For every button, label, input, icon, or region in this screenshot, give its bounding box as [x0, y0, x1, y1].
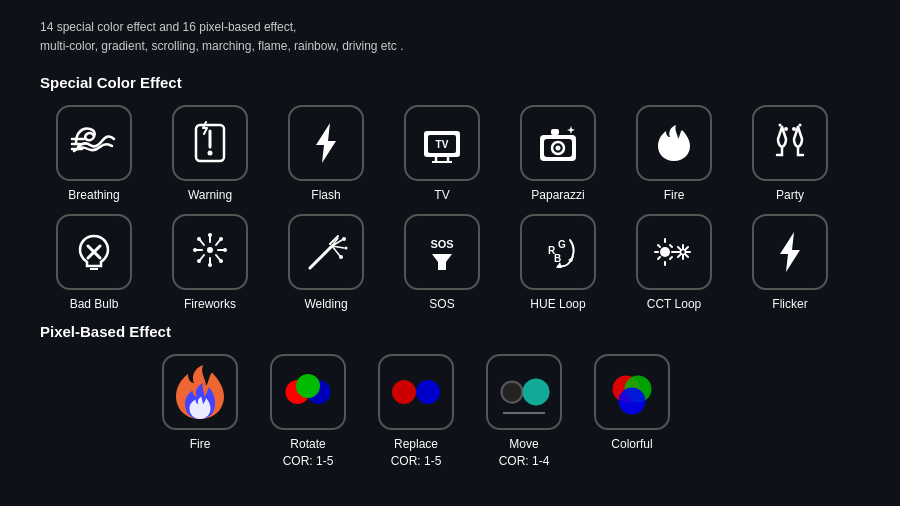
intro-line2: multi-color, gradient, scrolling, marchi…: [40, 39, 404, 53]
breathing-icon: [70, 119, 118, 167]
svg-point-40: [219, 237, 223, 241]
svg-point-57: [660, 247, 670, 257]
sos-label: SOS: [429, 296, 454, 313]
effect-flicker: Flicker: [736, 214, 844, 313]
svg-point-35: [208, 263, 212, 267]
breathing-label: Breathing: [68, 187, 119, 204]
replace-label: ReplaceCOR: 1-5: [391, 436, 442, 470]
effect-fire: Fire: [620, 105, 728, 204]
rotate-label: RotateCOR: 1-5: [283, 436, 334, 470]
hueloop-icon-box: R G B: [520, 214, 596, 290]
flash-icon: [302, 119, 350, 167]
svg-point-41: [197, 259, 201, 263]
badbulb-icon-box: [56, 214, 132, 290]
svg-rect-16: [551, 129, 559, 135]
fire-icon: [650, 119, 698, 167]
fireworks-icon-box: [172, 214, 248, 290]
warning-label: Warning: [188, 187, 232, 204]
flicker-label: Flicker: [772, 296, 807, 313]
svg-point-18: [779, 124, 782, 127]
welding-icon-box: [288, 214, 364, 290]
special-color-row1: Breathing Warning Flash: [40, 105, 860, 204]
svg-point-15: [556, 146, 561, 151]
svg-line-63: [670, 245, 672, 247]
effect-warning: Warning: [156, 105, 264, 204]
effect-hueloop: R G B HUE Loop: [504, 214, 612, 313]
svg-line-42: [310, 246, 332, 268]
intro-line1: 14 special color effect and 16 pixel-bas…: [40, 20, 296, 34]
party-label: Party: [776, 187, 804, 204]
welding-icon: [302, 228, 350, 276]
fireworks-label: Fireworks: [184, 296, 236, 313]
pixel-move: MoveCOR: 1-4: [474, 354, 574, 470]
svg-line-62: [658, 245, 660, 247]
pixel-replace-icon-box: [378, 354, 454, 430]
svg-point-37: [223, 248, 227, 252]
effect-fireworks: Fireworks: [156, 214, 264, 313]
paparazzi-label: Paparazzi: [531, 187, 584, 204]
flicker-icon-box: [752, 214, 828, 290]
tv-icon-box: TV: [404, 105, 480, 181]
svg-point-48: [342, 237, 346, 241]
svg-point-49: [345, 247, 348, 250]
pixel-fire-label: Fire: [190, 436, 211, 453]
svg-point-25: [207, 247, 213, 253]
paparazzi-icon: [534, 119, 582, 167]
pixel-fire-icon-box: [162, 354, 238, 430]
svg-point-17: [784, 127, 788, 131]
tv-icon: TV: [418, 119, 466, 167]
sos-icon-box: SOS: [404, 214, 480, 290]
svg-point-39: [219, 259, 223, 263]
breathing-icon-box: [56, 105, 132, 181]
colorful-icon: [596, 356, 668, 428]
effect-party: Party: [736, 105, 844, 204]
svg-text:SOS: SOS: [430, 238, 453, 250]
warning-icon-box: [172, 105, 248, 181]
colorful-label: Colorful: [611, 436, 652, 453]
fire-icon-box: [636, 105, 712, 181]
badbulb-icon: [70, 228, 118, 276]
svg-point-74: [296, 374, 320, 398]
svg-text:TV: TV: [436, 139, 449, 150]
pixel-rotate-icon-box: [270, 354, 346, 430]
hueloop-label: HUE Loop: [530, 296, 585, 313]
special-color-title: Special Color Effect: [40, 74, 860, 91]
pixel-fire: Fire: [150, 354, 250, 453]
cctloop-icon: [650, 228, 698, 276]
rotate-icon: [272, 356, 344, 428]
svg-marker-55: [568, 256, 574, 262]
effect-cctloop: CCT Loop: [620, 214, 728, 313]
move-icon: [488, 356, 560, 428]
effect-sos: SOS SOS: [388, 214, 496, 313]
effect-paparazzi: Paparazzi: [504, 105, 612, 204]
svg-point-50: [339, 255, 343, 259]
sos-icon: SOS: [418, 228, 466, 276]
flicker-icon: [766, 228, 814, 276]
svg-point-77: [502, 381, 523, 402]
svg-line-65: [670, 257, 672, 259]
svg-marker-71: [780, 232, 800, 272]
svg-line-64: [658, 257, 660, 259]
effect-breathing: Breathing: [40, 105, 148, 204]
svg-marker-5: [316, 123, 336, 163]
paparazzi-icon-box: [520, 105, 596, 181]
warning-icon: [186, 119, 234, 167]
pixel-colorful-icon-box: [594, 354, 670, 430]
effect-welding: Welding: [272, 214, 380, 313]
fireworks-icon: [186, 228, 234, 276]
flash-label: Flash: [311, 187, 340, 204]
welding-label: Welding: [304, 296, 347, 313]
svg-point-20: [792, 127, 796, 131]
svg-point-38: [197, 237, 201, 241]
svg-point-36: [193, 248, 197, 252]
effect-badbulb: Bad Bulb: [40, 214, 148, 313]
pixel-rotate: RotateCOR: 1-5: [258, 354, 358, 470]
pixel-based-row: Fire RotateCOR: 1-5 ReplaceCOR: 1-5: [40, 354, 860, 470]
tv-label: TV: [434, 187, 449, 204]
replace-icon: [380, 356, 452, 428]
pixel-fire-icon: [164, 356, 236, 428]
pixel-based-title: Pixel-Based Effect: [40, 323, 860, 340]
pixel-replace: ReplaceCOR: 1-5: [366, 354, 466, 470]
svg-line-33: [200, 255, 204, 260]
cctloop-icon-box: [636, 214, 712, 290]
